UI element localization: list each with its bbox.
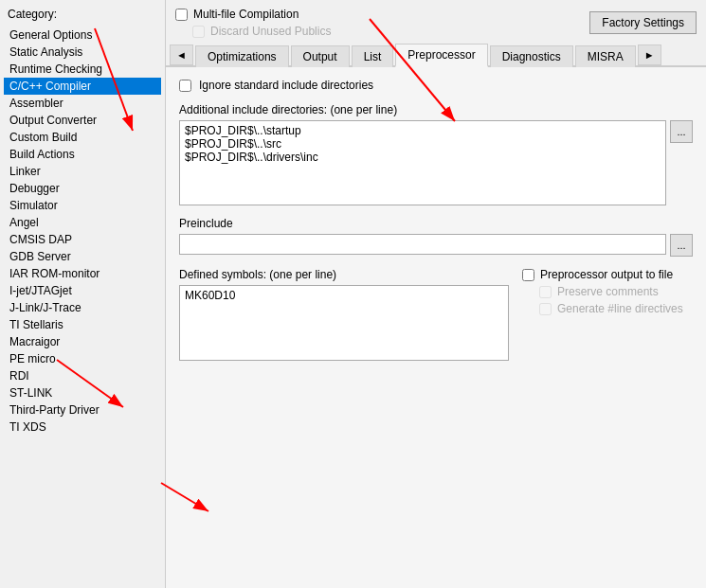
sidebar-item-simulator[interactable]: Simulator [4, 197, 161, 214]
pp-output-to-file-label: Preprocessor output to file [540, 268, 673, 281]
preinclude-input-area: ... [179, 234, 693, 257]
defined-symbols-area: Defined symbols: (one per line) [179, 268, 509, 361]
sidebar-item-linker[interactable]: Linker [4, 163, 161, 180]
additional-includes-label: Additional include directories: (one per… [179, 103, 693, 116]
preserve-comments-row: Preserve comments [522, 285, 693, 298]
additional-includes-group: Additional include directories: (one per… [179, 103, 693, 205]
sidebar-item-pe-micro[interactable]: PE micro [4, 350, 161, 367]
discard-unused-publics-label: Discard Unused Publics [210, 25, 331, 38]
sidebar-item-static-analysis[interactable]: Static Analysis [4, 44, 161, 61]
sidebar-item-angel[interactable]: Angel [4, 214, 161, 231]
discard-unused-publics-row: Discard Unused Publics [175, 25, 331, 38]
content-area: Ignore standard include directories Addi… [166, 67, 706, 588]
tabs-bar: ◄ OptimizationsOutputListPreprocessorDia… [166, 44, 706, 67]
top-bar-left: Multi-file Compilation Discard Unused Pu… [175, 8, 331, 38]
preserve-comments-label: Preserve comments [557, 285, 659, 298]
tab-prev-button[interactable]: ◄ [170, 45, 193, 65]
defined-symbols-label: Defined symbols: (one per line) [179, 268, 509, 281]
tab-diagnostics[interactable]: Diagnostics [490, 45, 573, 67]
content-panel: Multi-file Compilation Discard Unused Pu… [166, 0, 706, 588]
tab-preprocessor[interactable]: Preprocessor [395, 44, 487, 67]
additional-includes-input-area: ... [179, 120, 693, 205]
sidebar-item-iar-rom-monitor[interactable]: IAR ROM-monitor [4, 265, 161, 282]
generate-line-directives-row: Generate #line directives [522, 302, 693, 315]
preinclude-group: Preinclude ... [179, 217, 693, 257]
tab-list[interactable]: List [352, 45, 394, 67]
sidebar-item-third-party-driver[interactable]: Third-Party Driver [4, 401, 161, 419]
preprocessor-output-group: Preprocessor output to file Preserve com… [522, 268, 693, 361]
top-bar: Multi-file Compilation Discard Unused Pu… [166, 0, 706, 44]
multi-file-compilation-row: Multi-file Compilation [175, 8, 331, 21]
defined-symbols-input-area [179, 285, 509, 361]
sidebar-item-rdi[interactable]: RDI [4, 367, 161, 384]
tab-optimizations[interactable]: Optimizations [195, 45, 289, 67]
sidebar-item-cmsis-dap[interactable]: CMSIS DAP [4, 231, 161, 248]
bottom-section: Defined symbols: (one per line) Preproce… [179, 268, 693, 361]
sidebar-item-runtime-checking[interactable]: Runtime Checking [4, 61, 161, 78]
sidebar-item-debugger[interactable]: Debugger [4, 180, 161, 197]
factory-settings-button[interactable]: Factory Settings [589, 11, 697, 34]
generate-line-directives-label: Generate #line directives [557, 302, 683, 315]
sidebar-item-general-options[interactable]: General Options [4, 27, 161, 44]
multi-file-compilation-checkbox[interactable] [175, 9, 188, 21]
sidebar-item-ti-stellaris[interactable]: TI Stellaris [4, 316, 161, 333]
tab-misra[interactable]: MISRA [575, 45, 636, 67]
sidebar-item-build-actions[interactable]: Build Actions [4, 146, 161, 163]
preinclude-input[interactable] [179, 234, 666, 255]
sidebar-item-ijet[interactable]: I-jet/JTAGjet [4, 282, 161, 299]
defined-symbols-textarea[interactable] [179, 285, 509, 361]
preinclude-browse-button[interactable]: ... [670, 234, 693, 257]
ignore-std-includes-row: Ignore standard include directories [179, 79, 693, 92]
multi-file-compilation-label: Multi-file Compilation [193, 8, 299, 21]
sidebar-item-assembler[interactable]: Assembler [4, 95, 161, 112]
preinclude-label: Preinclude [179, 217, 693, 230]
ignore-std-includes-checkbox[interactable] [179, 80, 191, 92]
sidebar-item-output-converter[interactable]: Output Converter [4, 112, 161, 129]
sidebar-item-cpp-compiler[interactable]: C/C++ Compiler [4, 78, 161, 95]
discard-unused-publics-checkbox [192, 26, 205, 38]
sidebar-list: General OptionsStatic AnalysisRuntime Ch… [4, 27, 161, 436]
pp-output-to-file-checkbox[interactable] [522, 269, 534, 281]
additional-includes-textarea[interactable] [179, 120, 666, 205]
sidebar-item-gdb-server[interactable]: GDB Server [4, 248, 161, 265]
category-label: Category: [4, 8, 161, 21]
pp-output-to-file-row: Preprocessor output to file [522, 268, 693, 281]
sidebar: Category: General OptionsStatic Analysis… [0, 0, 166, 588]
sidebar-item-custom-build[interactable]: Custom Build [4, 129, 161, 146]
tab-next-button[interactable]: ► [638, 45, 661, 65]
sidebar-item-ti-xds[interactable]: TI XDS [4, 419, 161, 436]
ignore-std-includes-label: Ignore standard include directories [199, 79, 373, 92]
additional-includes-browse-button[interactable]: ... [670, 120, 693, 143]
generate-line-directives-checkbox [539, 303, 552, 315]
sidebar-item-st-link[interactable]: ST-LINK [4, 384, 161, 401]
tab-output[interactable]: Output [291, 45, 350, 67]
preserve-comments-checkbox [539, 286, 552, 298]
sidebar-item-macraigor[interactable]: Macraigor [4, 333, 161, 350]
sidebar-item-jlink[interactable]: J-Link/J-Trace [4, 299, 161, 316]
